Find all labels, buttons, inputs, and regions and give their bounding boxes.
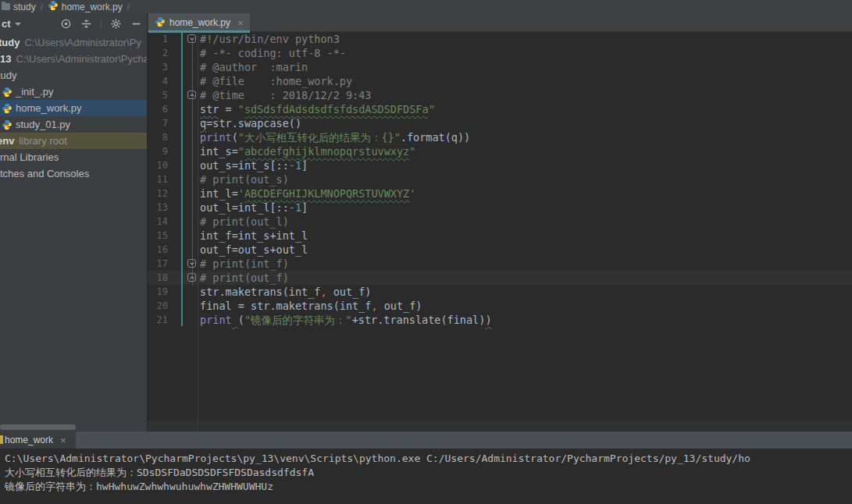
code-line-3[interactable]: 3# @author :marin [148,60,852,74]
run-console-icon [0,435,3,444]
pycharm-window: study / home_work.py / ct [0,0,852,504]
close-icon[interactable]: × [237,17,244,29]
tree-item-env[interactable]: envlibrary root [0,133,147,149]
line-number: 11 [148,172,168,186]
line-number: 15 [148,229,168,243]
code-line-12[interactable]: 12int_l='ABCDEFGHIJKLMNOPQRSTUVWXYZ' [148,186,852,201]
tree-item-label: tudy [0,37,20,48]
breadcrumb-separator: / [41,2,43,12]
line-number: 18 [148,271,168,285]
chevron-down-icon[interactable] [15,23,21,26]
code-line-19[interactable]: 19str.maketrans(int_f, out_f) [148,285,852,299]
editor-tab-label: home_work.py [169,17,230,28]
locate-icon[interactable] [60,18,72,30]
tree-item-label: study_01.py [16,119,70,130]
console-line-2: 大小写相互转化后的结果为：SDsDSFDaDSDSDFSFDSDasdsdfds… [5,466,852,480]
line-number: 4 [148,74,168,88]
fold-marker-up[interactable] [187,273,196,282]
tree-item--init-py[interactable]: _init_.py [0,83,147,100]
code-line-10[interactable]: 10out_s=int_s[::-1] [148,158,852,172]
tree-item-tches-and-consoles[interactable]: tches and Consoles [0,165,147,182]
tree-item-path: C:\Users\Administrator\Pycha [16,53,147,65]
code-line-5[interactable]: 5# @time : 2018/12/2 9:43 [148,88,852,102]
code-area[interactable]: 1#!/usr/bin/env python32# -*- coding: ut… [148,32,852,431]
code-line-21[interactable]: 21print ("镜像后的字符串为："+str.translate(final… [148,313,852,327]
tree-item-suffix: library root [19,135,66,147]
fold-marker-up[interactable] [187,91,196,99]
tree-item-tudy[interactable]: tudyC:\Users\Administrator\Py [0,34,147,51]
project-dropdown[interactable]: ct [2,18,11,30]
line-number: 14 [148,215,168,229]
tree-item-home-work-py[interactable]: home_work.py [0,100,147,116]
tree-item-13[interactable]: 13C:\Users\Administrator\Pycha [0,51,147,67]
line-number: 10 [148,158,168,172]
horizontal-scrollbar-thumb[interactable] [0,424,76,430]
line-number: 12 [148,186,168,201]
breadcrumb-label: home_work.py [62,2,123,12]
code-line-1[interactable]: 1#!/usr/bin/env python3 [148,32,852,46]
tree-item-label: rnal Libraries [0,151,59,163]
line-number: 9 [148,144,168,158]
line-number: 1 [148,32,168,46]
close-icon[interactable]: × [60,435,66,446]
code-line-9[interactable]: 9int_s="abcdefghijklmnopqrstuvwxyz" [148,144,852,158]
tree-item-label: home_work.py [16,102,82,114]
fold-marker-down[interactable] [187,34,196,43]
editor-scroll-band [148,421,852,431]
line-number: 8 [148,130,168,144]
fold-marker-down[interactable] [187,259,196,268]
code-line-6[interactable]: 6str = "sdSdsfdAdsdsdfsfdsdASDSDFDSFa" [148,102,852,116]
breadcrumb-label: study [13,2,36,12]
console-output[interactable]: C:\Users\Administrator\PycharmProjects\p… [0,449,852,504]
code-line-4[interactable]: 4# @file :home_work.py [148,74,852,88]
breadcrumb-separator: / [127,2,130,12]
python-icon [155,16,166,27]
editor-tab-bar: home_work.py × [148,13,852,32]
python-icon [2,103,12,114]
settings-icon[interactable] [110,18,122,30]
line-number: 5 [148,88,168,102]
line-number: 19 [148,285,168,299]
breadcrumb-item-file[interactable]: home_work.py [46,0,124,13]
line-number: 6 [148,102,168,116]
tree-item-path: C:\Users\Administrator\Py [24,37,141,48]
tree-item-rnal-libraries[interactable]: rnal Libraries [0,149,147,165]
code-line-20[interactable]: 20final = str.maketrans(int_f, out_f) [148,299,852,313]
editor-tab-home-work[interactable]: home_work.py × [148,13,250,32]
line-number: 13 [148,201,168,215]
tree-item-study-01-py[interactable]: study_01.py [0,116,147,133]
folder-icon [2,3,10,10]
tree-item-label: env [0,135,14,147]
tree-item-label: tudy [0,69,17,81]
code-line-15[interactable]: 15int_f=int_s+int_l [148,229,852,243]
code-line-11[interactable]: 11# print(out_s) [148,172,852,186]
python-icon [2,87,12,98]
code-line-8[interactable]: 8print("大小写相互转化后的结果为：{}".format(q)) [148,130,852,144]
project-tree: tudyC:\Users\Administrator\Py13C:\Users\… [0,34,147,182]
tree-item-label: tches and Consoles [0,168,89,179]
code-line-7[interactable]: 7q=str.swapcase() [148,116,852,130]
console-line-3: 镜像后的字符串为：hwHwhuwZwhwhwuhuwhwZHWHWUWHUz [5,480,852,494]
code-line-13[interactable]: 13out_l=int_l[::-1] [148,201,852,215]
collapse-all-icon[interactable] [80,18,92,30]
line-number: 20 [148,299,168,313]
python-icon [48,0,59,11]
console-line-1: C:\Users\Administrator\PycharmProjects\p… [5,452,852,466]
python-icon [2,119,12,130]
code-line-2[interactable]: 2# -*- coding: utf-8 -*- [148,46,852,60]
breadcrumb-item-study[interactable]: study [0,2,37,12]
code-line-17[interactable]: 17# print(int_f) [148,257,852,271]
code-line-16[interactable]: 16out_f=out_s+out_l [148,243,852,257]
line-number: 2 [148,46,168,60]
line-number: 3 [148,60,168,74]
line-number: 17 [148,257,168,271]
console-tab-home-work[interactable]: home_work × [0,431,76,449]
console-header: home_work × [0,431,852,449]
tree-item-label: 13 [0,53,11,65]
tree-item-tudy[interactable]: tudy [0,67,147,83]
line-number: 21 [148,313,168,327]
code-line-14[interactable]: 14# print(out_l) [148,215,852,229]
line-number: 7 [148,116,168,130]
code-line-18[interactable]: 18# print(out_f) [148,271,852,285]
hide-panel-icon[interactable] [130,18,142,30]
